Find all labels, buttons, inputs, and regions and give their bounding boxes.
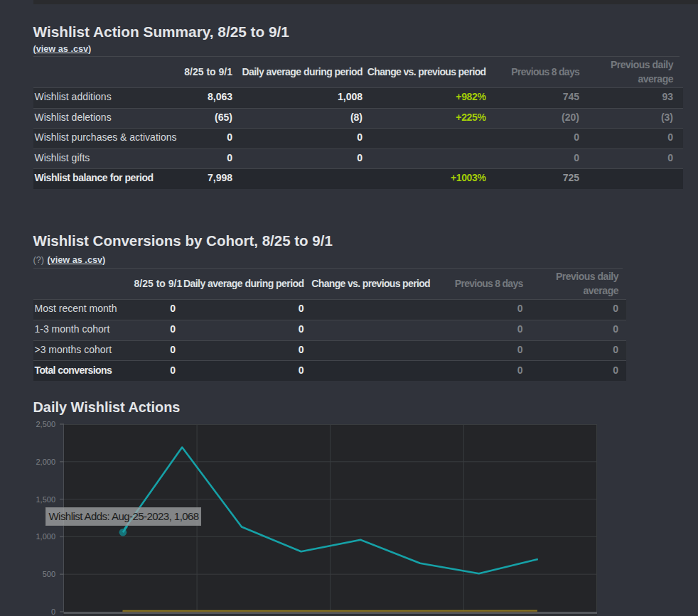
svg-text:1,000: 1,000: [36, 532, 55, 541]
svg-text:500: 500: [43, 570, 55, 578]
svg-text:0: 0: [51, 607, 55, 616]
svg-text:1,500: 1,500: [36, 495, 55, 504]
svg-text:2,000: 2,000: [36, 458, 55, 466]
svg-text:2,500: 2,500: [36, 420, 55, 428]
